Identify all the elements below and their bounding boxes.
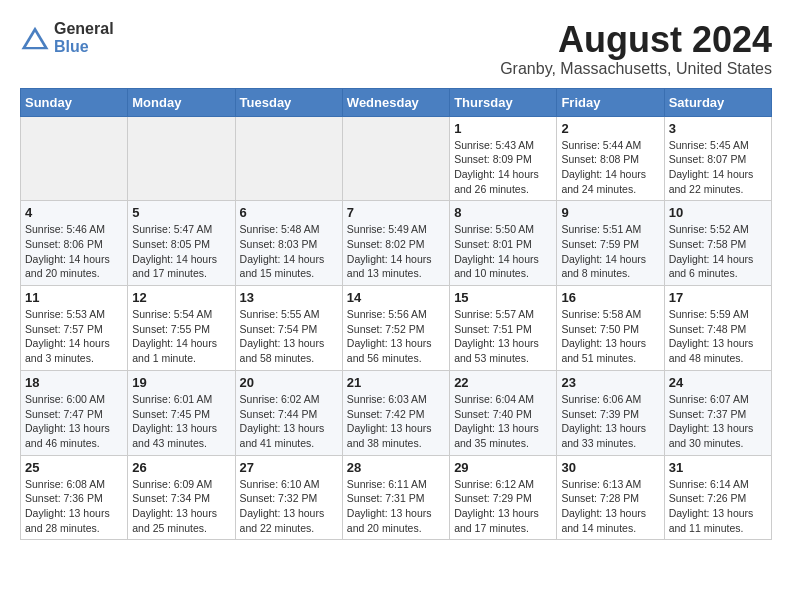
calendar-header-day: Tuesday: [235, 88, 342, 116]
day-number: 29: [454, 460, 552, 475]
day-number: 7: [347, 205, 445, 220]
day-info: Sunrise: 5:53 AM Sunset: 7:57 PM Dayligh…: [25, 307, 123, 366]
day-number: 24: [669, 375, 767, 390]
day-number: 27: [240, 460, 338, 475]
calendar-cell: 20Sunrise: 6:02 AM Sunset: 7:44 PM Dayli…: [235, 370, 342, 455]
calendar-cell: 5Sunrise: 5:47 AM Sunset: 8:05 PM Daylig…: [128, 201, 235, 286]
day-number: 18: [25, 375, 123, 390]
calendar-cell: 22Sunrise: 6:04 AM Sunset: 7:40 PM Dayli…: [450, 370, 557, 455]
day-info: Sunrise: 6:09 AM Sunset: 7:34 PM Dayligh…: [132, 477, 230, 536]
day-info: Sunrise: 5:48 AM Sunset: 8:03 PM Dayligh…: [240, 222, 338, 281]
calendar-cell: 16Sunrise: 5:58 AM Sunset: 7:50 PM Dayli…: [557, 286, 664, 371]
calendar-cell: 24Sunrise: 6:07 AM Sunset: 7:37 PM Dayli…: [664, 370, 771, 455]
calendar-cell: 4Sunrise: 5:46 AM Sunset: 8:06 PM Daylig…: [21, 201, 128, 286]
calendar-cell: 12Sunrise: 5:54 AM Sunset: 7:55 PM Dayli…: [128, 286, 235, 371]
day-number: 13: [240, 290, 338, 305]
day-info: Sunrise: 6:14 AM Sunset: 7:26 PM Dayligh…: [669, 477, 767, 536]
calendar-cell: 10Sunrise: 5:52 AM Sunset: 7:58 PM Dayli…: [664, 201, 771, 286]
day-info: Sunrise: 6:03 AM Sunset: 7:42 PM Dayligh…: [347, 392, 445, 451]
logo-blue: Blue: [54, 38, 114, 56]
calendar-header-day: Monday: [128, 88, 235, 116]
calendar-cell: 30Sunrise: 6:13 AM Sunset: 7:28 PM Dayli…: [557, 455, 664, 540]
day-info: Sunrise: 5:59 AM Sunset: 7:48 PM Dayligh…: [669, 307, 767, 366]
day-number: 5: [132, 205, 230, 220]
logo: General Blue: [20, 20, 114, 55]
calendar-cell: [128, 116, 235, 201]
day-number: 21: [347, 375, 445, 390]
calendar-cell: 31Sunrise: 6:14 AM Sunset: 7:26 PM Dayli…: [664, 455, 771, 540]
calendar-cell: 25Sunrise: 6:08 AM Sunset: 7:36 PM Dayli…: [21, 455, 128, 540]
calendar-cell: [342, 116, 449, 201]
calendar-cell: 17Sunrise: 5:59 AM Sunset: 7:48 PM Dayli…: [664, 286, 771, 371]
calendar-cell: 26Sunrise: 6:09 AM Sunset: 7:34 PM Dayli…: [128, 455, 235, 540]
day-info: Sunrise: 5:50 AM Sunset: 8:01 PM Dayligh…: [454, 222, 552, 281]
title-section: August 2024 Granby, Massachusetts, Unite…: [500, 20, 772, 78]
day-info: Sunrise: 6:11 AM Sunset: 7:31 PM Dayligh…: [347, 477, 445, 536]
calendar-cell: 14Sunrise: 5:56 AM Sunset: 7:52 PM Dayli…: [342, 286, 449, 371]
day-number: 26: [132, 460, 230, 475]
day-info: Sunrise: 5:51 AM Sunset: 7:59 PM Dayligh…: [561, 222, 659, 281]
day-info: Sunrise: 5:49 AM Sunset: 8:02 PM Dayligh…: [347, 222, 445, 281]
day-number: 17: [669, 290, 767, 305]
calendar-cell: 11Sunrise: 5:53 AM Sunset: 7:57 PM Dayli…: [21, 286, 128, 371]
calendar-cell: 27Sunrise: 6:10 AM Sunset: 7:32 PM Dayli…: [235, 455, 342, 540]
day-number: 2: [561, 121, 659, 136]
day-number: 3: [669, 121, 767, 136]
day-info: Sunrise: 6:13 AM Sunset: 7:28 PM Dayligh…: [561, 477, 659, 536]
day-info: Sunrise: 6:12 AM Sunset: 7:29 PM Dayligh…: [454, 477, 552, 536]
calendar-header-day: Thursday: [450, 88, 557, 116]
calendar-header-day: Sunday: [21, 88, 128, 116]
day-info: Sunrise: 5:47 AM Sunset: 8:05 PM Dayligh…: [132, 222, 230, 281]
day-number: 20: [240, 375, 338, 390]
day-number: 28: [347, 460, 445, 475]
logo-icon: [20, 23, 50, 53]
day-number: 6: [240, 205, 338, 220]
day-number: 4: [25, 205, 123, 220]
day-number: 10: [669, 205, 767, 220]
calendar-header-day: Friday: [557, 88, 664, 116]
day-info: Sunrise: 5:45 AM Sunset: 8:07 PM Dayligh…: [669, 138, 767, 197]
day-info: Sunrise: 5:44 AM Sunset: 8:08 PM Dayligh…: [561, 138, 659, 197]
page-subtitle: Granby, Massachusetts, United States: [500, 60, 772, 78]
day-number: 1: [454, 121, 552, 136]
day-number: 11: [25, 290, 123, 305]
day-info: Sunrise: 6:06 AM Sunset: 7:39 PM Dayligh…: [561, 392, 659, 451]
day-number: 14: [347, 290, 445, 305]
page-title: August 2024: [500, 20, 772, 60]
day-number: 15: [454, 290, 552, 305]
day-info: Sunrise: 6:00 AM Sunset: 7:47 PM Dayligh…: [25, 392, 123, 451]
calendar-header-day: Saturday: [664, 88, 771, 116]
calendar-cell: 3Sunrise: 5:45 AM Sunset: 8:07 PM Daylig…: [664, 116, 771, 201]
calendar-cell: 15Sunrise: 5:57 AM Sunset: 7:51 PM Dayli…: [450, 286, 557, 371]
day-number: 30: [561, 460, 659, 475]
day-info: Sunrise: 5:57 AM Sunset: 7:51 PM Dayligh…: [454, 307, 552, 366]
calendar-cell: 19Sunrise: 6:01 AM Sunset: 7:45 PM Dayli…: [128, 370, 235, 455]
calendar-table: SundayMondayTuesdayWednesdayThursdayFrid…: [20, 88, 772, 541]
calendar-cell: 13Sunrise: 5:55 AM Sunset: 7:54 PM Dayli…: [235, 286, 342, 371]
day-number: 8: [454, 205, 552, 220]
day-info: Sunrise: 6:07 AM Sunset: 7:37 PM Dayligh…: [669, 392, 767, 451]
day-info: Sunrise: 6:08 AM Sunset: 7:36 PM Dayligh…: [25, 477, 123, 536]
day-number: 23: [561, 375, 659, 390]
day-info: Sunrise: 5:55 AM Sunset: 7:54 PM Dayligh…: [240, 307, 338, 366]
day-number: 31: [669, 460, 767, 475]
calendar-header-day: Wednesday: [342, 88, 449, 116]
day-info: Sunrise: 6:10 AM Sunset: 7:32 PM Dayligh…: [240, 477, 338, 536]
calendar-header: SundayMondayTuesdayWednesdayThursdayFrid…: [21, 88, 772, 116]
calendar-cell: 9Sunrise: 5:51 AM Sunset: 7:59 PM Daylig…: [557, 201, 664, 286]
day-info: Sunrise: 5:58 AM Sunset: 7:50 PM Dayligh…: [561, 307, 659, 366]
calendar-cell: 7Sunrise: 5:49 AM Sunset: 8:02 PM Daylig…: [342, 201, 449, 286]
day-info: Sunrise: 5:56 AM Sunset: 7:52 PM Dayligh…: [347, 307, 445, 366]
calendar-body: 1Sunrise: 5:43 AM Sunset: 8:09 PM Daylig…: [21, 116, 772, 540]
day-number: 25: [25, 460, 123, 475]
day-info: Sunrise: 6:02 AM Sunset: 7:44 PM Dayligh…: [240, 392, 338, 451]
day-number: 19: [132, 375, 230, 390]
day-number: 22: [454, 375, 552, 390]
day-info: Sunrise: 5:52 AM Sunset: 7:58 PM Dayligh…: [669, 222, 767, 281]
calendar-cell: 1Sunrise: 5:43 AM Sunset: 8:09 PM Daylig…: [450, 116, 557, 201]
day-info: Sunrise: 5:43 AM Sunset: 8:09 PM Dayligh…: [454, 138, 552, 197]
day-info: Sunrise: 5:54 AM Sunset: 7:55 PM Dayligh…: [132, 307, 230, 366]
day-number: 16: [561, 290, 659, 305]
day-number: 12: [132, 290, 230, 305]
calendar-cell: [235, 116, 342, 201]
